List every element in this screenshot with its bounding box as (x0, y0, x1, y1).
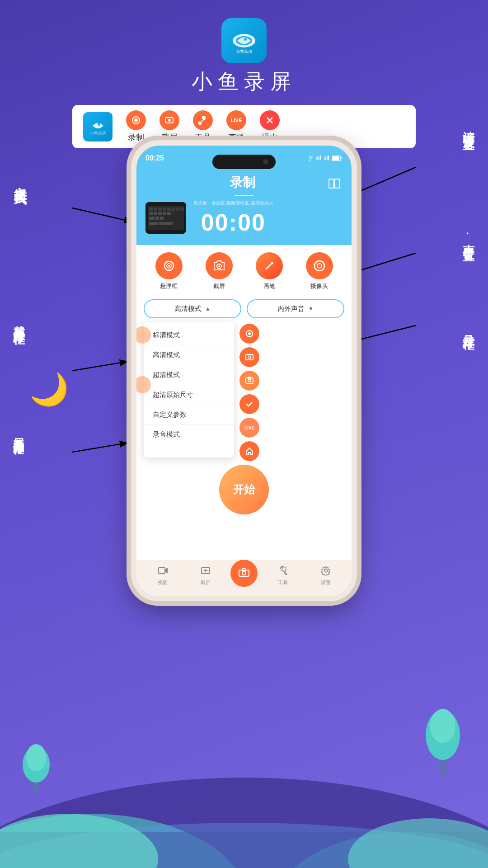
svg-rect-46 (335, 179, 340, 188)
svg-rect-50 (149, 208, 153, 211)
svg-rect-39 (325, 156, 326, 160)
option-audio-mode[interactable]: 录音模式 (144, 425, 234, 444)
annotation-screen-graffiti: 屏幕涂鸦悬浮框 (11, 429, 26, 436)
svg-point-70 (168, 265, 170, 267)
float-live-btn[interactable]: LIVE (239, 418, 259, 438)
action-float-frame[interactable]: 悬浮框 (155, 252, 183, 290)
tab-video-icon (158, 566, 168, 578)
brush-btn[interactable] (256, 252, 283, 279)
svg-rect-64 (155, 217, 159, 220)
float-record-btn[interactable] (239, 324, 259, 344)
svg-point-21 (168, 119, 171, 122)
toolbar-item-record[interactable]: 录制 (126, 110, 146, 143)
option-original[interactable]: 超清原始尺寸 (144, 385, 234, 405)
float-frame-label: 悬浮框 (160, 282, 178, 290)
svg-rect-57 (181, 208, 184, 211)
tree-left (18, 740, 54, 796)
action-brush[interactable]: 画笔 (256, 252, 283, 290)
float-frame-btn[interactable] (155, 252, 183, 279)
option-fhd[interactable]: 超清模式 (144, 365, 234, 385)
record-icon (126, 110, 146, 130)
svg-point-81 (248, 356, 251, 359)
tab-center[interactable] (227, 560, 261, 591)
tab-screenshot[interactable]: 截屏 (184, 566, 227, 586)
svg-rect-53 (163, 208, 166, 211)
toolbar-item-tools[interactable]: 工具 (193, 110, 213, 143)
toolbar-item-screenshot[interactable]: 截屏 (160, 110, 179, 143)
svg-line-28 (352, 167, 416, 194)
app-title: 小鱼录屏 (192, 68, 296, 96)
svg-point-92 (324, 569, 327, 572)
svg-point-9 (26, 744, 46, 771)
svg-point-12 (430, 709, 455, 743)
tab-bar: 视频 截屏 工具 (136, 560, 352, 596)
svg-rect-40 (327, 156, 328, 160)
svg-rect-85 (159, 567, 165, 574)
option-custom[interactable]: 自定义参数 (144, 405, 234, 425)
header-error: 果失败，请设置-视频清晰度-超清原始尺 (193, 200, 273, 206)
svg-rect-34 (316, 157, 317, 160)
toolbar-item-exit[interactable]: 退出 (260, 110, 280, 143)
right-float-icons: LIVE (239, 322, 259, 461)
quick-actions: 悬浮框 截屏 画笔 (144, 252, 344, 290)
action-screenshot[interactable]: 截屏 (206, 252, 233, 290)
camera-btn[interactable] (306, 252, 333, 279)
svg-rect-58 (149, 212, 153, 215)
dropdown-open-area: 标清模式 高清模式 超清模式 超清原始尺寸 自定义参数 录音模式 (144, 322, 344, 461)
toolbar-logo-text: 小鱼录屏 (90, 131, 106, 137)
float-tools-btn[interactable] (239, 371, 259, 391)
svg-rect-56 (176, 208, 180, 211)
tab-center-btn[interactable] (230, 560, 258, 587)
status-icons (305, 155, 343, 161)
svg-point-79 (248, 332, 251, 335)
tab-tools-label: 工具 (278, 579, 288, 586)
dropdowns-row: 高清模式 ▲ 内外声音 ▼ (144, 299, 344, 318)
option-standard[interactable]: 标清模式 (144, 326, 234, 345)
svg-rect-59 (154, 212, 157, 215)
live-icon: LIVE (226, 110, 246, 130)
toolbar-item-live[interactable]: LIVE 直播 (226, 110, 246, 143)
start-btn-area: 开始 (144, 465, 344, 514)
screenshot-icon (160, 110, 179, 130)
svg-rect-41 (328, 156, 329, 160)
svg-line-27 (72, 443, 127, 452)
audio-dropdown[interactable]: 内外声音 ▼ (247, 299, 344, 318)
tab-tools[interactable]: 工具 (261, 566, 304, 586)
hd-arrow: ▲ (205, 306, 211, 312)
top-section: 免费高清 小鱼录屏 小鱼录屏 录制 截屏 (0, 0, 488, 148)
svg-rect-45 (329, 179, 334, 188)
screenshot-action-btn[interactable] (206, 252, 233, 279)
tab-settings[interactable]: 设置 (304, 566, 347, 586)
option-hd[interactable]: 高清模式 (144, 345, 234, 365)
hd-mode-label: 高清模式 (174, 305, 202, 313)
hd-mode-dropdown[interactable]: 高清模式 ▲ (144, 299, 241, 318)
annotation-main-mode: 主播模式 (11, 176, 28, 184)
svg-rect-37 (320, 156, 321, 160)
svg-rect-67 (159, 222, 173, 225)
tab-screenshot-label: 截屏 (201, 579, 211, 586)
audio-arrow: ▼ (308, 306, 314, 312)
camera-label: 摄像头 (310, 282, 328, 290)
float-screenshot-btn[interactable] (239, 347, 259, 367)
svg-line-29 (357, 253, 416, 271)
svg-rect-38 (324, 157, 325, 160)
svg-rect-60 (158, 212, 162, 215)
phone-header: 录制 (136, 170, 352, 245)
action-camera[interactable]: 摄像头 (306, 252, 333, 290)
float-home-btn[interactable] (239, 441, 259, 461)
tab-settings-label: 设置 (321, 579, 331, 586)
tab-video[interactable]: 视频 (141, 566, 184, 586)
svg-rect-55 (172, 208, 175, 211)
timer-row: 果失败，请设置-视频清晰度-超清原始尺 00:00 (145, 200, 343, 236)
float-check-btn[interactable] (239, 394, 259, 414)
toolbar-logo: 小鱼录屏 (83, 112, 113, 142)
tree-right (420, 703, 465, 778)
tab-video-label: 视频 (158, 579, 168, 586)
svg-point-15 (244, 38, 247, 41)
app-logo: 免费高清 (221, 18, 267, 63)
svg-rect-63 (149, 217, 155, 220)
start-button[interactable]: 开始 (219, 465, 269, 514)
thumbnail (145, 202, 186, 234)
svg-rect-66 (149, 222, 158, 225)
svg-line-25 (72, 208, 131, 222)
